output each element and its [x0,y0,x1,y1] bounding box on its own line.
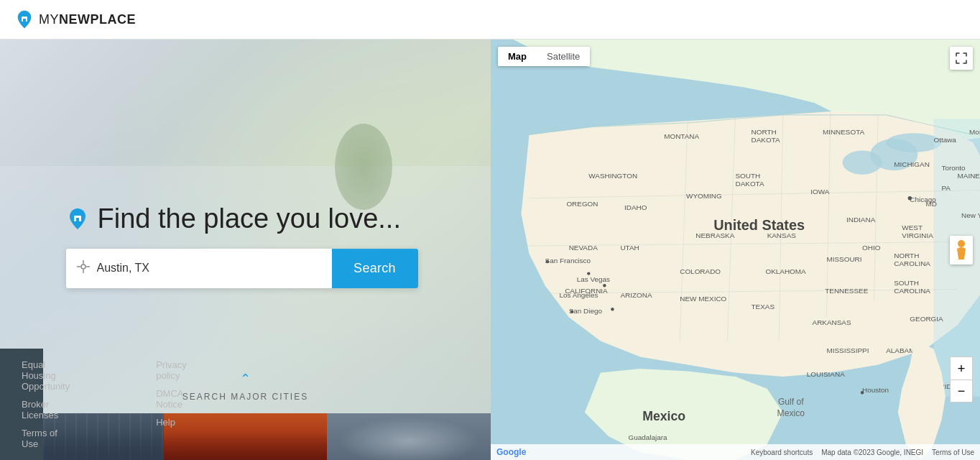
svg-text:Los Angeles: Los Angeles [559,291,598,299]
svg-text:NORTH: NORTH [894,252,919,259]
hero-title: Find the place you love... [66,203,425,234]
svg-text:MICHIGAN: MICHIGAN [894,160,930,168]
svg-text:WEST: WEST [902,224,923,231]
svg-text:SOUTH: SOUTH [894,279,919,287]
terms-of-use-link[interactable]: Terms of Use [932,448,974,456]
svg-text:GEORGIA: GEORGIA [910,315,943,323]
search-cities-label: SEARCH MAJOR CITIES [182,392,308,402]
svg-text:TENNESSEE: TENNESSEE [825,287,868,295]
svg-text:Guadalajara: Guadalajara [628,433,667,441]
svg-text:DAKOTA: DAKOTA [752,136,780,144]
footer-link-dmca[interactable]: DMCA Notice [156,388,187,410]
svg-text:SOUTH: SOUTH [736,172,761,180]
footer-col-1: Equal Housing Opportunity Broker License… [22,359,70,449]
svg-text:Mexico: Mexico [777,408,805,418]
map-zoom-out-button[interactable]: − [950,380,973,402]
map-svg: Gulf of Mexico United States Mexico [491,40,980,460]
svg-point-76 [611,308,614,310]
svg-text:IOWA: IOWA [810,188,829,196]
hero-title-text: Find the place you love... [98,203,401,234]
svg-rect-3 [76,218,79,221]
map-zoom-in-button[interactable]: + [950,356,973,380]
svg-text:KANSAS: KANSAS [767,231,797,239]
hero-content: Find the place you love... [66,203,425,288]
svg-text:Houston: Houston [862,386,889,394]
svg-text:MAINE: MAINE [958,172,980,180]
map-data-text: Map data ©2023 Google, INEGI [821,448,923,456]
svg-text:NEW MEXICO: NEW MEXICO [680,295,726,303]
hero-home-icon [66,207,89,230]
svg-text:ARKANSAS: ARKANSAS [813,318,851,326]
map-attribution-links: Keyboard shortcuts Map data ©2023 Google… [751,448,974,456]
svg-text:San Diego: San Diego [569,307,603,315]
svg-text:PA: PA [941,184,951,192]
svg-text:ARIZONA: ARIZONA [620,291,652,299]
footer-col-2: Privacy policy DMCA Notice Help [156,359,187,449]
map-zoom-controls: + − [950,356,973,402]
keyboard-shortcuts-link[interactable]: Keyboard shortcuts [751,448,813,456]
svg-text:NEVADA: NEVADA [569,244,598,252]
svg-text:OKLAHOMA: OKLAHOMA [765,267,806,275]
svg-text:CAROLINA: CAROLINA [894,287,930,295]
svg-text:INDIANA: INDIANA [846,216,876,224]
svg-point-77 [861,391,864,394]
svg-text:COLORADO: COLORADO [680,267,721,275]
svg-text:UTAH: UTAH [620,244,639,252]
svg-text:Las Vegas: Las Vegas [577,275,610,283]
svg-text:United States: United States [713,217,805,233]
svg-point-75 [603,284,606,287]
svg-text:Ottawa: Ottawa [933,136,956,144]
svg-text:LOUISIANA: LOUISIANA [807,370,845,378]
svg-text:MISSOURI: MISSOURI [826,255,861,263]
search-button[interactable]: Search [332,249,418,288]
map-fullscreen-button[interactable] [950,47,973,70]
svg-text:Toronto: Toronto [941,164,966,172]
map-pegman-button[interactable] [950,236,973,264]
svg-text:NORTH: NORTH [752,128,777,136]
footer-link-help[interactable]: Help [156,417,187,428]
svg-text:MONTANA: MONTANA [664,132,699,140]
google-logo: Google [496,447,526,457]
city-strip [0,413,491,460]
svg-text:MINNESOTA: MINNESOTA [823,128,865,136]
svg-text:Mexico: Mexico [642,409,685,423]
left-panel: Find the place you love... [0,40,491,460]
svg-text:WASHINGTON: WASHINGTON [588,172,637,180]
svg-text:OREGON: OREGON [566,200,598,208]
fullscreen-icon [956,52,967,64]
svg-text:OHIO: OHIO [862,244,881,252]
svg-text:CAROLINA: CAROLINA [894,259,930,267]
city-thumbnail-2[interactable] [164,413,328,460]
svg-text:WYOMING: WYOMING [686,192,722,200]
svg-rect-1 [23,19,26,22]
svg-text:MISSISSIPPI: MISSISSIPPI [826,346,869,354]
map-panel: Map Satellite Gulf of Mexico [491,40,980,460]
svg-point-73 [908,196,912,201]
footer-link-equal-housing[interactable]: Equal Housing Opportunity [22,359,70,392]
svg-text:TEXAS: TEXAS [752,303,775,310]
location-icon [77,260,90,276]
logo[interactable]: MYNEWPLACE [14,9,136,29]
footer: Equal Housing Opportunity Broker License… [0,349,43,460]
svg-point-83 [570,310,573,313]
svg-text:San Francisco: San Francisco [545,257,591,264]
svg-text:IDAHO: IDAHO [624,203,647,211]
map-type-map-button[interactable]: Map [498,47,537,66]
svg-text:MD: MD [925,200,936,208]
logo-icon [14,9,34,29]
city-thumbnail-3[interactable] [327,413,491,460]
footer-link-privacy[interactable]: Privacy policy [156,359,187,381]
header: MYNEWPLACE [0,0,980,40]
map-type-satellite-button[interactable]: Satellite [537,47,590,66]
svg-point-4 [81,264,85,269]
logo-text: MYNEWPLACE [39,12,136,27]
footer-link-terms[interactable]: Terms of Use [22,428,70,449]
search-cities[interactable]: ⌃ SEARCH MAJOR CITIES [182,371,308,402]
search-input[interactable] [97,262,321,275]
svg-point-11 [843,151,882,175]
svg-text:NEBRASKA: NEBRASKA [695,231,734,239]
svg-text:VIRGINIA: VIRGINIA [902,231,933,239]
svg-text:Gulf of: Gulf of [778,397,804,407]
chevron-up-icon: ⌃ [182,371,308,387]
footer-link-broker[interactable]: Broker Licenses [22,399,70,420]
